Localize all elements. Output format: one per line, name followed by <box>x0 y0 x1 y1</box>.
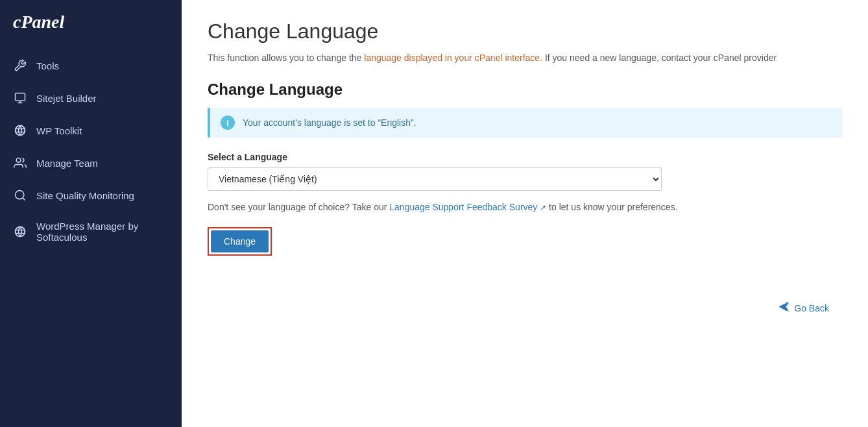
cpanel-logo: cPanel <box>13 12 169 32</box>
go-back-link[interactable]: ⮜ Go Back <box>778 301 829 315</box>
sidebar-item-manageteam[interactable]: Manage Team <box>0 147 182 179</box>
sitejet-icon <box>13 91 27 105</box>
change-button-wrapper: Change <box>208 227 272 256</box>
tools-icon <box>13 58 27 73</box>
change-button[interactable]: Change <box>211 230 269 252</box>
feedback-survey-link[interactable]: Language Support Feedback Survey ↗ <box>389 202 546 212</box>
sidebar-logo: cPanel <box>0 0 182 43</box>
sidebar: cPanel Tools Sitejet Builder WP Toolkit <box>0 0 182 427</box>
section-title: Change Language <box>208 80 842 99</box>
description-highlight: language displayed in your cPanel interf… <box>364 53 542 63</box>
wp-manager-icon <box>13 225 27 239</box>
sidebar-item-sitequality-label: Site Quality Monitoring <box>36 190 134 201</box>
sidebar-item-sitejet[interactable]: Sitejet Builder <box>0 82 182 114</box>
feedback-text: Don't see your language of choice? Take … <box>208 200 842 214</box>
language-select-label: Select a Language <box>208 152 842 162</box>
description-text: This function allows you to change the l… <box>208 51 842 65</box>
svg-rect-0 <box>16 93 25 101</box>
external-link-icon: ↗ <box>540 203 546 212</box>
feedback-suffix: to let us know your preferences. <box>546 202 677 212</box>
sidebar-item-sitejet-label: Sitejet Builder <box>36 93 97 104</box>
info-icon: i <box>221 116 235 130</box>
wp-icon <box>13 123 27 138</box>
sidebar-item-manageteam-label: Manage Team <box>36 158 98 169</box>
sidebar-nav: Tools Sitejet Builder WP Toolkit Manage … <box>0 49 182 252</box>
site-quality-icon <box>13 188 27 202</box>
svg-point-3 <box>16 191 24 199</box>
manage-team-icon <box>13 156 27 170</box>
sidebar-item-wptoolkit[interactable]: WP Toolkit <box>0 114 182 147</box>
go-back-icon: ⮜ <box>778 301 790 315</box>
main-content: Change Language This function allows you… <box>182 0 868 427</box>
info-message: Your account's language is set to “Engli… <box>243 117 416 128</box>
page-title: Change Language <box>208 19 842 43</box>
feedback-prefix: Don't see your language of choice? Take … <box>208 202 389 212</box>
sidebar-item-wpmanager-label: WordPress Manager by Softaculous <box>36 221 169 243</box>
go-back-label: Go Back <box>794 303 829 313</box>
sidebar-item-sitequality[interactable]: Site Quality Monitoring <box>0 179 182 212</box>
language-select[interactable]: Vietnamese (Tiếng Việt) English French (… <box>208 167 662 191</box>
sidebar-item-tools[interactable]: Tools <box>0 49 182 82</box>
sidebar-item-wpmanager[interactable]: WordPress Manager by Softaculous <box>0 212 182 252</box>
sidebar-item-wptoolkit-label: WP Toolkit <box>36 125 82 136</box>
svg-point-2 <box>16 158 21 163</box>
info-banner: i Your account's language is set to “Eng… <box>208 108 842 138</box>
go-back-container: ⮜ Go Back <box>208 301 842 315</box>
sidebar-item-tools-label: Tools <box>36 60 59 71</box>
